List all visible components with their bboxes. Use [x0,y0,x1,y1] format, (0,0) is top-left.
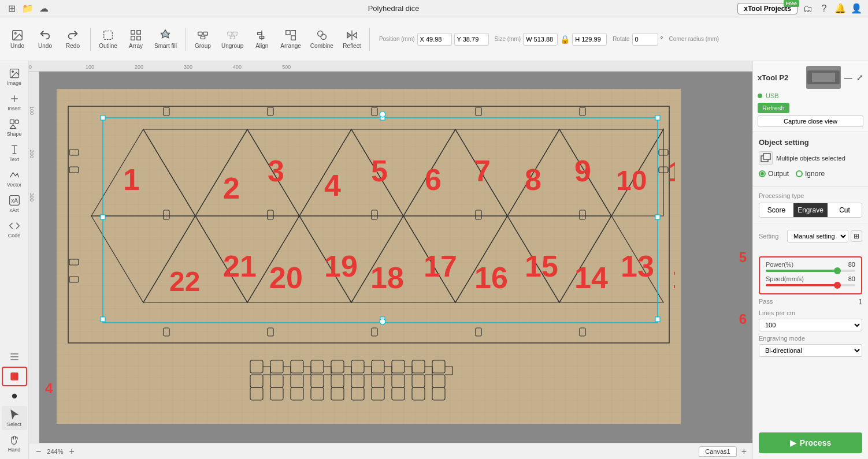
redo-button[interactable]: Redo [60,27,86,51]
help-icon[interactable]: ? [818,3,830,14]
outline-button[interactable]: Outline [95,27,121,51]
sidebar-item-vector[interactable]: Vector [2,166,27,191]
svg-point-93 [380,111,385,117]
svg-rect-133 [412,360,425,373]
x-input[interactable] [417,33,452,46]
svg-text:2: 2 [223,171,240,205]
setting-expand-button[interactable]: ⊞ [851,230,862,242]
engrave-button[interactable]: Engrave [793,203,828,217]
cloud-icon[interactable]: ☁ [38,3,50,14]
setting-select[interactable]: Manual setting [787,230,848,242]
separator2 [185,28,186,51]
svg-rect-83 [580,210,585,219]
y-input[interactable] [454,33,489,46]
svg-text:19: 19 [324,249,358,283]
expand-icon[interactable]: ⤢ [856,73,863,82]
sidebar-item-image[interactable]: Image [2,65,27,89]
svg-rect-140 [311,387,324,400]
svg-rect-69 [164,107,169,115]
sidebar-item-record[interactable] [2,367,27,386]
svg-text:5: 5 [371,154,388,188]
svg-marker-42 [91,129,195,216]
corner-radius-field: Corner radius (mm) [669,36,719,42]
svg-rect-73 [580,107,585,115]
svg-rect-7 [198,32,202,36]
device-header: xTool P2 — ⤢ [758,66,863,89]
add-canvas-button[interactable]: + [741,446,747,457]
sidebar-item-code[interactable]: Code [2,217,27,241]
svg-marker-29 [10,125,16,129]
sidebar-item-select[interactable]: Select [2,406,27,430]
power-thumb[interactable] [834,267,841,274]
svg-rect-3 [131,31,135,34]
object-setting-title: Object setting [759,138,862,147]
canvas-viewport[interactable]: 1 2 3 4 5 6 7 8 9 10 11 22 21 [39,72,752,443]
lines-per-cm-select[interactable]: 100 [759,319,862,331]
speed-label: Speed(mm/s) [766,275,804,282]
combine-button[interactable]: Combine [307,27,337,51]
rotate-input[interactable] [632,33,658,46]
engraving-mode-select[interactable]: Bi-directional [759,344,862,357]
settings-section: Setting Manual setting ⊞ [753,224,868,253]
device-actions: Refresh [758,103,863,113]
svg-rect-6 [137,36,140,40]
minimize-icon[interactable]: — [844,73,852,82]
group-button[interactable]: Group [190,27,216,51]
notifications-icon[interactable]: 🔔 [834,3,846,14]
sidebar-item-dot [2,387,27,405]
svg-rect-77 [476,328,481,336]
power-track[interactable] [766,270,855,272]
canvas-tab[interactable]: Canvas1 [699,446,736,457]
xtool-projects-button[interactable]: xTool Projects Free [737,3,797,14]
process-button[interactable]: ▶ Process [759,432,862,453]
bottom-bar: − 244% + Canvas1 + [29,443,752,459]
sidebar-item-layers[interactable] [2,348,27,365]
reflect-button[interactable]: Reflect [339,27,365,51]
power-speed-section: Power(%) 80 Speed(mm/s) 80 [759,256,862,294]
sidebar-item-shape[interactable]: Shape [2,115,27,140]
sidebar-item-xart[interactable]: xA xArt [2,192,27,216]
h-input[interactable] [572,33,607,46]
zoom-out-button[interactable]: − [35,446,42,457]
device-image [806,66,841,89]
sidebar-item-text[interactable]: Text [2,141,27,165]
rotate-field: Rotate ° [613,33,663,46]
screens-icon[interactable]: ⊞ [6,3,17,14]
svg-marker-48 [403,129,507,216]
cut-button[interactable]: Cut [828,203,862,217]
file-manager-icon[interactable]: 🗂 [802,3,814,14]
left-sidebar: Image Insert Shape Text Vector xA xArt C… [0,61,29,459]
speed-track[interactable] [766,284,855,286]
image-tool-button[interactable]: Undo [5,27,30,51]
speed-thumb[interactable] [834,282,841,289]
output-radio[interactable]: Output [759,170,789,178]
ungroup-button[interactable]: Ungroup [218,27,247,51]
align-button[interactable]: Align [249,27,275,51]
folder-icon[interactable]: 📁 [22,3,34,14]
svg-rect-125 [331,360,344,373]
zoom-in-button[interactable]: + [68,446,75,457]
zoom-level: 244% [47,448,63,455]
undo-button[interactable]: Undo [32,27,58,51]
w-input[interactable] [523,33,558,46]
sidebar-item-insert[interactable]: Insert [2,90,27,114]
svg-rect-87 [655,115,660,120]
svg-rect-65 [69,259,79,265]
refresh-button[interactable]: Refresh [758,103,789,113]
svg-rect-118 [250,375,263,387]
array-button[interactable]: Array [123,27,149,51]
ignore-radio[interactable]: Ignore [796,170,825,178]
score-button[interactable]: Score [759,203,793,217]
svg-text:21: 21 [223,249,257,283]
document-title: Polyhedral dice [368,4,420,13]
svg-rect-72 [476,107,481,115]
avatar[interactable]: 👤 [851,3,862,14]
svg-rect-132 [392,375,405,387]
free-badge: Free [784,0,799,7]
arrange-button[interactable]: Arrange [277,27,305,51]
smart-fill-button[interactable]: Smart fill [151,27,180,51]
sidebar-item-hand[interactable]: Hand [2,431,27,456]
svg-rect-150 [763,154,770,159]
capture-button[interactable]: Capture close view [758,115,863,127]
svg-point-1 [14,32,16,34]
